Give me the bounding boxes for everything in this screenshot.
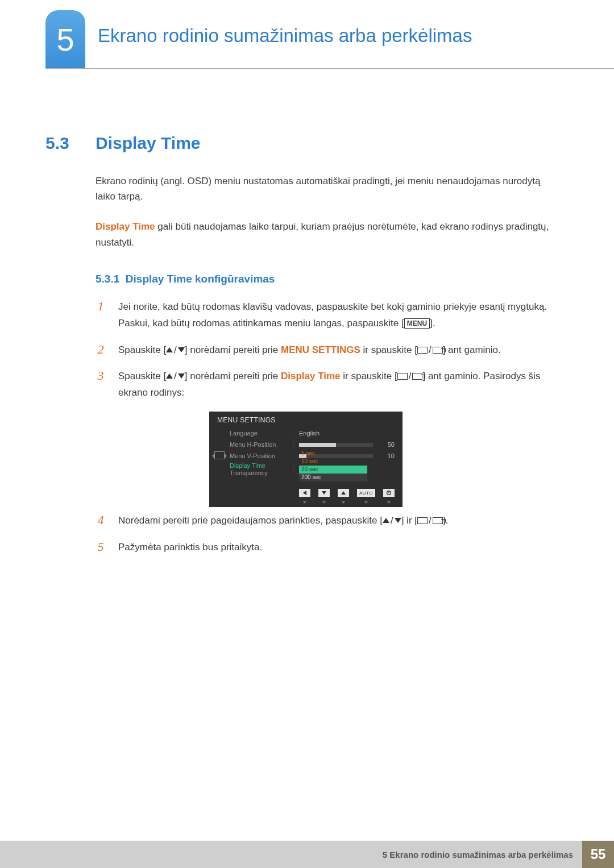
osd-nav-up-icon [338, 489, 349, 497]
page-footer: 5 Ekrano rodinio sumažinimas arba perkėl… [0, 841, 614, 868]
section-heading: 5.3 Display Time [45, 134, 574, 153]
down-arrow-icon [178, 347, 185, 352]
intro-paragraph-2: Display Time gali būti naudojamas laiko … [96, 219, 563, 250]
osd-option: 200 sec [299, 474, 367, 481]
footer-chapter-ref: 5 Ekrano rodinio sumažinimas arba perkėl… [0, 841, 582, 868]
step-5: 5 Pažymėta parinktis bus pritaikyta. [96, 539, 563, 556]
osd-option: 5 sec [299, 450, 367, 458]
osd-dropdown-displaytime: 5 sec10 sec20 sec200 sec [299, 450, 367, 481]
intro-paragraph-1: Ekrano rodinių (angl. OSD) meniu nustato… [96, 173, 563, 204]
term-display-time: Display Time [96, 221, 155, 232]
osd-nav-back-icon [299, 489, 310, 497]
chapter-title: Ekrano rodinio sumažinimas arba perkėlim… [98, 25, 472, 47]
osd-title: MENU SETTINGS [209, 412, 403, 427]
osd-slider-h [299, 443, 373, 447]
section-number: 5.3 [45, 134, 85, 153]
osd-row-displaytime: Display Time : 5 sec10 sec20 sec200 sec [230, 462, 395, 470]
osd-row-language: Language : English [230, 427, 395, 439]
osd-nav-down-icon [318, 489, 330, 497]
up-arrow-icon [166, 373, 173, 379]
chapter-number-tab: 5 [45, 10, 85, 68]
steps-list: 1 Jei norite, kad būtų rodomas klavišų v… [96, 299, 563, 401]
step-2: 2 Spauskite [/] norėdami pereiti prie ME… [96, 342, 563, 359]
up-arrow-icon [383, 518, 389, 523]
osd-row-hposition: Menu H-Position : 50 [230, 439, 395, 450]
footer-page-number: 55 [582, 841, 614, 868]
steps-list-cont: 4 Norėdami pereiti prie pageidaujamos pa… [96, 513, 563, 556]
section-title: Display Time [96, 134, 201, 153]
osd-option: 20 sec [299, 466, 367, 474]
up-arrow-icon [166, 347, 173, 352]
down-arrow-icon [395, 518, 401, 523]
adjust-icon [214, 451, 225, 459]
step-3: 3 Spauskite [/] norėdami pereiti prie Di… [96, 368, 563, 401]
osd-nav-power-icon [383, 489, 395, 497]
osd-option: 10 sec [299, 458, 367, 466]
osd-screenshot: MENU SETTINGS Language : English Menu H-… [209, 412, 403, 507]
enter-icon [433, 517, 443, 524]
step-4: 4 Norėdami pereiti prie pageidaujamos pa… [96, 513, 563, 529]
chapter-header: 5 Ekrano rodinio sumažinimas arba perkėl… [45, 17, 574, 68]
enter-icon [412, 373, 422, 380]
source-icon [397, 373, 408, 380]
osd-nav-buttons: AUTO [209, 484, 403, 498]
down-arrow-icon [178, 373, 185, 379]
osd-nav-auto-button: AUTO [357, 489, 375, 497]
divider [45, 68, 614, 69]
enter-icon [433, 347, 443, 354]
source-icon [417, 517, 428, 524]
source-icon [417, 347, 428, 354]
menu-key-badge: MENU [404, 318, 430, 329]
step-1: 1 Jei norite, kad būtų rodomas klavišų v… [96, 299, 563, 332]
subsection-heading: 5.3.1 Display Time konfigūravimas [96, 273, 563, 285]
